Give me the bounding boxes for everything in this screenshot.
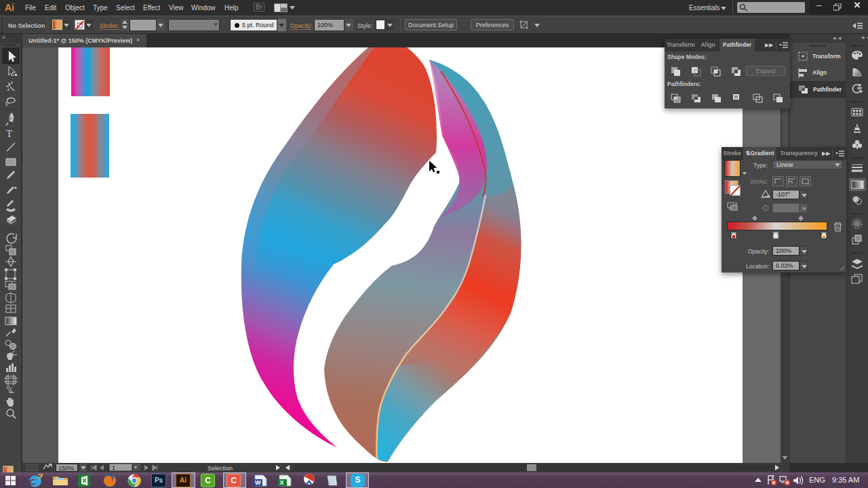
svg-text:W: W [255, 479, 261, 486]
svg-text:X: X [280, 479, 284, 486]
svg-text:◄◄: ◄◄ [860, 35, 868, 41]
svg-text:T: T [6, 128, 12, 139]
svg-text:1: 1 [112, 464, 115, 471]
